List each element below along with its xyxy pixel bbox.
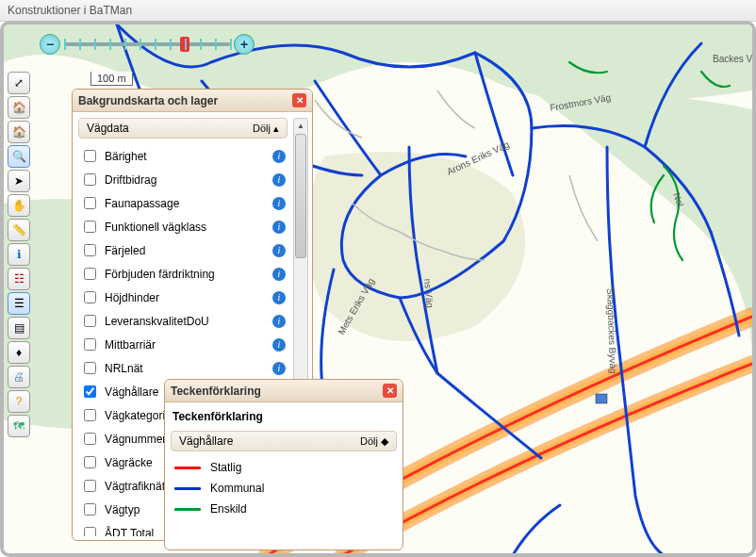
layer-checkbox[interactable]	[84, 433, 96, 445]
layer-checkbox[interactable]	[84, 244, 96, 256]
legend-panel[interactable]: Teckenförklaring ✕ Teckenförklaring Vägh…	[164, 379, 403, 550]
info-icon[interactable]: i	[272, 291, 286, 304]
layer-checkbox[interactable]	[84, 527, 96, 536]
svg-rect-8	[596, 394, 607, 403]
zoom-tick[interactable]	[124, 39, 126, 50]
layer-row: Bärigheti	[78, 144, 288, 168]
zoom-track[interactable]	[64, 42, 230, 46]
layer-checkbox[interactable]	[84, 338, 96, 351]
level-icon[interactable]: ☷	[8, 268, 30, 290]
legend-section-title: Väghållare	[179, 434, 233, 448]
layer-checkbox[interactable]	[84, 291, 96, 303]
zoom-tick[interactable]	[109, 39, 111, 50]
legend-row: Kommunal	[171, 478, 397, 499]
layer-label: Funktionell vägklass	[105, 221, 267, 234]
layer-checkbox[interactable]	[84, 315, 96, 327]
legend-swatch	[174, 467, 201, 469]
svg-text:Backes Väg: Backes Väg	[713, 54, 752, 64]
layer-checkbox[interactable]	[84, 480, 96, 492]
zoom-tick[interactable]	[94, 39, 96, 50]
find-icon[interactable]: ♦	[8, 341, 30, 364]
layers-panel-title: Bakgrundskarta och lager	[78, 94, 218, 107]
layer-checkbox[interactable]	[84, 150, 96, 162]
legend-panel-title: Teckenförklaring	[171, 385, 261, 398]
zoom-tick[interactable]	[215, 39, 217, 50]
layer-checkbox[interactable]	[84, 409, 96, 421]
info-icon[interactable]: i	[272, 338, 286, 352]
info-icon[interactable]: i	[272, 173, 286, 187]
layer-checkbox[interactable]	[84, 362, 96, 374]
layers-section-title: Vägdata	[87, 122, 129, 135]
legend-label: Statlig	[210, 461, 241, 474]
legend-section-toggle[interactable]: Dölj ◆	[360, 435, 388, 448]
legend-row: Enskild	[171, 499, 397, 519]
layer-checkbox[interactable]	[84, 197, 96, 209]
layer-checkbox[interactable]	[84, 385, 96, 398]
measure-icon[interactable]: 📏	[8, 219, 30, 241]
layer-checkbox[interactable]	[84, 221, 96, 233]
zoom-tick[interactable]	[155, 39, 156, 50]
layer-checkbox[interactable]	[84, 268, 96, 280]
layer-checkbox[interactable]	[84, 503, 96, 516]
layer-label: NRLnät	[105, 362, 267, 375]
zoom-tick[interactable]	[79, 39, 81, 50]
basemap-icon[interactable]: 🗺	[8, 415, 30, 437]
info-icon[interactable]: i	[272, 244, 286, 257]
layer-label: Förbjuden färdriktning	[105, 268, 267, 281]
layer-checkbox[interactable]	[84, 173, 96, 186]
help-icon[interactable]: ?	[8, 390, 30, 413]
info-icon[interactable]: ℹ	[8, 243, 30, 266]
info-icon[interactable]: i	[272, 150, 286, 163]
zoom-in-button[interactable]: +	[234, 34, 255, 55]
info-icon[interactable]: i	[272, 197, 286, 210]
legend-swatch	[174, 487, 201, 490]
zoom-tick[interactable]	[64, 39, 66, 50]
layer-checkbox[interactable]	[84, 456, 96, 468]
close-icon[interactable]: ✕	[383, 384, 397, 398]
zoom-tick[interactable]	[185, 39, 187, 50]
identify-icon[interactable]: ➤	[8, 170, 30, 192]
scroll-thumb[interactable]	[295, 134, 306, 258]
layers-section-header[interactable]: Vägdata Dölj ▴	[78, 118, 288, 139]
layer-label: Mittbarriär	[105, 338, 267, 352]
layer-row: Höjdhinderi	[78, 286, 288, 309]
layers-icon[interactable]: ☰	[8, 292, 30, 315]
legend-icon[interactable]: ▤	[8, 317, 30, 339]
zoom-slider[interactable]: − +	[40, 34, 255, 55]
zoom-tick[interactable]	[200, 39, 202, 50]
legend-row: Statlig	[171, 457, 397, 478]
window-title: Konstruktioner i BaTMan	[0, 0, 756, 22]
full-extent-icon[interactable]: ⤢	[8, 72, 30, 94]
info-icon[interactable]: i	[272, 362, 286, 375]
legend-swatch	[174, 508, 201, 511]
scroll-up-icon[interactable]: ▲	[294, 119, 307, 132]
layers-panel-header[interactable]: Bakgrundskarta och lager ✕	[73, 90, 312, 112]
layer-label: LeveranskvalitetDoU	[105, 315, 267, 328]
scale-bar: 100 m	[90, 72, 133, 86]
go-home-icon[interactable]: 🏠	[8, 121, 30, 143]
info-icon[interactable]: i	[272, 315, 286, 328]
info-icon[interactable]: i	[272, 268, 286, 281]
legend-label: Kommunal	[210, 482, 264, 495]
layer-label: Höjdhinder	[105, 291, 267, 304]
zoom-out-button[interactable]: −	[40, 34, 60, 55]
layer-row: Driftbidragi	[78, 168, 288, 191]
legend-panel-header[interactable]: Teckenförklaring ✕	[165, 380, 403, 402]
layer-row: Faunapassagei	[78, 191, 288, 215]
legend-section-header[interactable]: Väghållare Dölj ◆	[171, 431, 397, 451]
layer-label: Bärighet	[105, 150, 267, 163]
map-frame: Frostmors Väg ns Väg Mets Eriks Väg Back…	[0, 21, 756, 557]
zoom-box-icon[interactable]: 🔍	[8, 145, 30, 168]
zoom-tick[interactable]	[230, 39, 232, 50]
layer-row: Färjeledi	[78, 238, 288, 262]
layers-section-toggle[interactable]: Dölj ▴	[253, 123, 279, 135]
close-icon[interactable]: ✕	[292, 93, 306, 107]
print-icon[interactable]: 🖨	[8, 366, 30, 388]
info-icon[interactable]: i	[272, 221, 286, 234]
layer-row: Förbjuden färdriktningi	[78, 262, 288, 286]
add-home-icon[interactable]: 🏠	[8, 96, 30, 119]
pan-icon[interactable]: ✋	[8, 194, 30, 217]
zoom-tick[interactable]	[170, 39, 172, 50]
zoom-tick[interactable]	[140, 39, 141, 50]
layer-row: LeveranskvalitetDoUi	[78, 309, 288, 333]
